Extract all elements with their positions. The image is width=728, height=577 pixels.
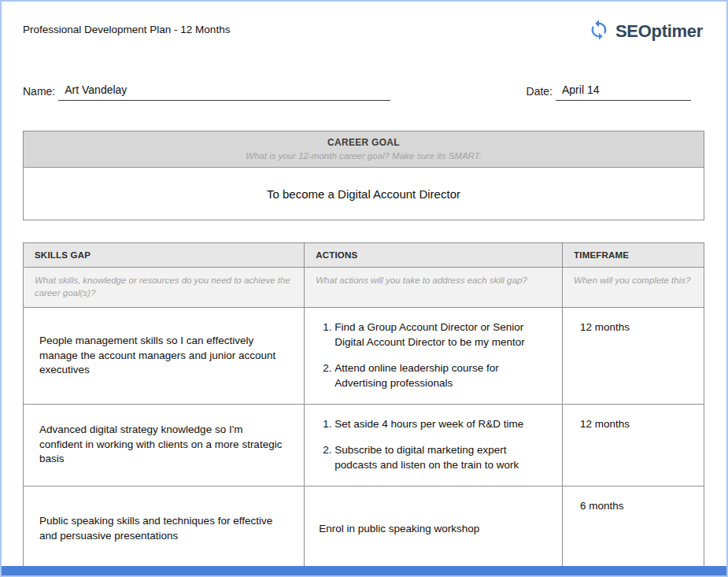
- document-header: Professional Development Plan - 12 Month…: [2, 2, 726, 44]
- date-field[interactable]: April 14: [556, 83, 691, 101]
- timeframe-cell[interactable]: 12 months: [563, 308, 704, 405]
- timeframe-cell[interactable]: 6 months: [563, 486, 704, 572]
- career-goal-value[interactable]: To become a Digital Account Director: [24, 168, 704, 220]
- action-item: Attend online leadership course for Adve…: [334, 361, 549, 390]
- table-header-row: SKILLS GAP ACTIONS TIMEFRAME: [24, 243, 704, 268]
- name-date-row: Name: Art Vandelay Date: April 14: [2, 83, 726, 101]
- skills-gap-table: SKILLS GAP ACTIONS TIMEFRAME What skills…: [23, 242, 704, 573]
- date-label: Date:: [527, 85, 552, 101]
- actions-cell[interactable]: Find a Group Account Director or Senior …: [305, 308, 563, 405]
- career-goal-header: CAREER GOAL What is your 12-month career…: [24, 131, 704, 168]
- column-header-actions: ACTIONS: [305, 243, 563, 268]
- action-item: Subscribe to digital marketing expert po…: [334, 443, 549, 472]
- actions-list: Find a Group Account Director or Senior …: [319, 320, 549, 391]
- table-row: Advanced digital strategy knowledge so I…: [24, 404, 704, 486]
- bottom-accent-bar: [2, 566, 726, 575]
- actions-cell[interactable]: Set aside 4 hours per week of R&D time S…: [305, 404, 563, 486]
- name-label: Name:: [23, 85, 55, 101]
- action-item: Set aside 4 hours per week of R&D time: [334, 417, 549, 432]
- action-item: Find a Group Account Director or Senior …: [334, 320, 549, 350]
- page-title: Professional Development Plan - 12 Month…: [23, 19, 230, 35]
- career-goal-section: CAREER GOAL What is your 12-month career…: [23, 131, 704, 220]
- date-group: Date: April 14: [527, 83, 691, 101]
- actions-list: Set aside 4 hours per week of R&D time S…: [319, 417, 549, 473]
- brand-logo: SEOptimer: [588, 19, 703, 44]
- career-goal-title: CAREER GOAL: [24, 137, 704, 148]
- skills-gap-cell[interactable]: People management skills so I can effect…: [24, 308, 305, 405]
- column-header-timeframe: TIMEFRAME: [563, 243, 704, 268]
- table-prompt-row: What skills, knowledge or resources do y…: [24, 268, 704, 308]
- brand-name: SEOptimer: [615, 21, 703, 42]
- prompt-skills-gap: What skills, knowledge or resources do y…: [24, 268, 305, 308]
- name-field[interactable]: Art Vandelay: [58, 83, 390, 101]
- career-goal-prompt: What is your 12-month career goal? Make …: [24, 151, 704, 161]
- actions-cell[interactable]: Enrol in public speaking workshop: [305, 486, 563, 572]
- skills-gap-cell[interactable]: Public speaking skills and techniques fo…: [24, 486, 305, 572]
- timeframe-cell[interactable]: 12 months: [563, 404, 704, 486]
- prompt-actions: What actions will you take to address ea…: [305, 268, 563, 308]
- column-header-skills-gap: SKILLS GAP: [24, 243, 305, 268]
- prompt-timeframe: When will you complete this?: [563, 268, 704, 308]
- seoptimer-sync-icon: [588, 19, 610, 44]
- document-page: Professional Development Plan - 12 Month…: [0, 0, 728, 577]
- table-row: People management skills so I can effect…: [24, 308, 704, 405]
- table-row: Public speaking skills and techniques fo…: [24, 486, 704, 572]
- skills-gap-cell[interactable]: Advanced digital strategy knowledge so I…: [24, 404, 305, 486]
